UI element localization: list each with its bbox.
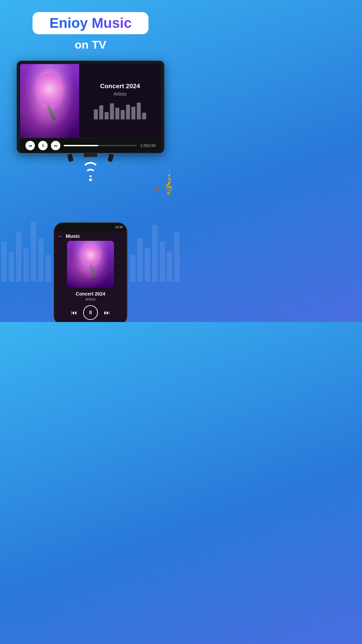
eq-bg-bar [174, 231, 180, 282]
tv-stand [0, 152, 181, 162]
phone-artist: Artists [54, 297, 127, 301]
tv-equalizer [94, 103, 146, 119]
phone-body: 12:30 ← Music Concert 2024 Artists ⏮ ⏸ ⏭ [54, 222, 127, 322]
phone-screen: 12:30 ← Music Concert 2024 Artists ⏮ ⏸ ⏭ [54, 223, 127, 322]
phone-controls: ⏮ ⏸ ⏭ [54, 305, 127, 321]
eq-bar [121, 110, 125, 119]
eq-bar [115, 108, 119, 119]
eq-bar [131, 107, 135, 119]
phone-pause-button[interactable]: ⏸ [83, 305, 98, 320]
eq-bg-bar [23, 248, 29, 282]
tv-leg-left [67, 154, 73, 162]
eq-bg-bar [145, 248, 150, 282]
eq-bg-bar [130, 255, 135, 282]
tv-pause-button[interactable]: ⏸ [38, 141, 48, 150]
singer-visual [20, 64, 79, 138]
tv-next-button[interactable]: ⏭ [51, 141, 60, 150]
phone-song-title: Concert 2024 [54, 291, 127, 297]
tv-progress-bar[interactable] [64, 145, 137, 146]
tv-controls: ⏮ ⏸ ⏭ 1:25/2:56 [20, 138, 161, 153]
eq-bg-bar [160, 241, 165, 282]
tv-artist-name: Artists [114, 91, 127, 97]
eq-bg-bar [31, 221, 36, 282]
tv-screen: Concert 2024 Artists [20, 64, 161, 138]
music-note-3: 𝄞 [164, 178, 173, 194]
phone-back-button[interactable]: ← [58, 233, 63, 239]
wifi-icon [77, 164, 104, 181]
phone-singer-visual [67, 241, 114, 288]
music-note-1: ♪ [153, 180, 163, 196]
tv-prev-button[interactable]: ⏮ [25, 141, 35, 150]
tv-display: Concert 2024 Artists ⏮ ⏸ [13, 61, 168, 153]
tv-info-panel: Concert 2024 Artists [79, 64, 161, 138]
tv-concert-image [20, 64, 79, 138]
eq-bar [110, 103, 114, 119]
tv-time: 1:25/2:56 [140, 144, 156, 148]
phone-notch [80, 223, 101, 228]
eq-bg-bar [1, 241, 7, 282]
eq-bar [126, 105, 130, 119]
phone-screen-title: Music [66, 233, 80, 239]
phone-device: 12:30 ← Music Concert 2024 Artists ⏮ ⏸ ⏭ [54, 222, 127, 322]
eq-bg-bar [167, 252, 172, 282]
eq-bar [99, 105, 103, 119]
phone-time: 12:30 [115, 225, 123, 229]
title-box: Enioy Music [33, 12, 148, 34]
header: Enioy Music on TV [0, 0, 181, 55]
phone-header: ← Music [54, 231, 127, 241]
eq-bg-bar [152, 225, 158, 282]
wifi-area [0, 164, 181, 181]
subtitle: on TV [7, 38, 174, 51]
phone-next-button[interactable]: ⏭ [104, 309, 110, 316]
eq-bg-left [0, 221, 51, 282]
tv-body: Concert 2024 Artists ⏮ ⏸ [17, 61, 164, 153]
wifi-arc-inner [88, 175, 93, 179]
eq-bg-bar [46, 255, 51, 282]
tv-song-title: Concert 2024 [100, 83, 140, 90]
phone-prev-button[interactable]: ⏮ [71, 309, 77, 316]
app-title: Enioy Music [49, 15, 131, 31]
eq-bg-bar [16, 231, 21, 282]
tv-leg-right [108, 154, 114, 162]
eq-bg-right [130, 225, 181, 282]
eq-bar [105, 112, 109, 119]
eq-bar [142, 113, 146, 119]
tv-progress-fill [64, 145, 98, 146]
eq-bg-bar [137, 238, 143, 282]
eq-bar [137, 103, 141, 119]
phone-album-art [67, 241, 114, 288]
eq-bg-bar [38, 238, 44, 282]
eq-bar [94, 109, 98, 119]
tv-neck [84, 152, 97, 157]
eq-bg-bar [9, 252, 14, 282]
